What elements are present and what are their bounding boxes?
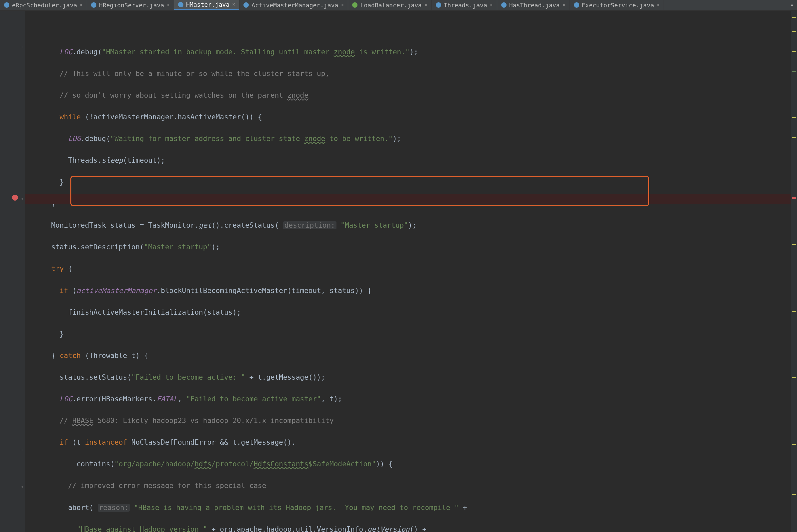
warning-marker[interactable]: [792, 51, 796, 52]
code-line: "HBase against Hadoop version " + org.ap…: [34, 524, 791, 532]
inlay-hint: description:: [283, 221, 336, 229]
tab-loadbalancer[interactable]: LoadBalancer.java×: [348, 0, 431, 10]
tab-label: ActiveMasterManager.java: [252, 1, 338, 10]
tab-executorservice[interactable]: ExecutorService.java×: [570, 0, 664, 10]
close-icon[interactable]: ×: [425, 1, 427, 9]
warning-marker[interactable]: [792, 17, 796, 18]
warning-marker[interactable]: [792, 444, 796, 445]
fold-handle-icon[interactable]: ⊖: [21, 196, 23, 202]
info-marker[interactable]: [792, 71, 796, 72]
close-icon[interactable]: ×: [490, 1, 493, 9]
warning-marker[interactable]: [792, 494, 796, 495]
close-icon[interactable]: ×: [562, 1, 565, 9]
tab-erpcscheduler[interactable]: eRpcScheduler.java×: [0, 0, 87, 10]
gutter[interactable]: ⊟ ⊖ ⊟ ⊖: [0, 11, 25, 532]
tab-label: LoadBalancer.java: [360, 1, 422, 10]
fold-handle-icon[interactable]: ⊟: [21, 44, 23, 50]
close-icon[interactable]: ×: [341, 1, 344, 9]
marker-bar[interactable]: [791, 11, 797, 532]
annotation-box: [70, 176, 649, 206]
tab-activemastermanager[interactable]: ActiveMasterManager.java×: [239, 0, 348, 10]
code-editor[interactable]: LOG.debug("HMaster started in backup mod…: [25, 11, 791, 532]
close-icon[interactable]: ×: [167, 1, 170, 9]
code-line: finishActiveMasterInitialization(status)…: [34, 307, 791, 318]
warning-marker[interactable]: [792, 244, 796, 245]
close-icon[interactable]: ×: [232, 1, 235, 8]
inlay-hint: reason:: [98, 504, 130, 512]
class-icon: [574, 2, 579, 8]
code-line: // This will only be a minute or so whil…: [34, 68, 791, 79]
class-icon: [436, 2, 441, 8]
interface-icon: [352, 2, 357, 8]
code-line: try {: [34, 263, 791, 274]
ide-root: eRpcScheduler.java× HRegionServer.java× …: [0, 0, 797, 532]
editor-area: ⊟ ⊖ ⊟ ⊖ LOG.debug("HMaster started in ba…: [0, 11, 797, 532]
tab-label: ExecutorService.java: [582, 1, 654, 10]
code-line: status.setStatus("Failed to become activ…: [34, 372, 791, 383]
code-line: } catch (Throwable t) {: [34, 350, 791, 361]
code-line: MonitoredTask status = TaskMonitor.get()…: [34, 220, 791, 231]
tabs-overflow-icon[interactable]: ▾: [787, 0, 797, 10]
code-line: LOG.debug("Waiting for master address an…: [34, 133, 791, 144]
editor-tabs-bar: eRpcScheduler.java× HRegionServer.java× …: [0, 0, 797, 11]
tab-hregionserver[interactable]: HRegionServer.java×: [87, 0, 174, 10]
warning-marker[interactable]: [792, 311, 796, 312]
code-line: // HBASE-5680: Likely hadoop23 vs hadoop…: [34, 415, 791, 426]
code-line: LOG.debug("HMaster started in backup mod…: [34, 47, 791, 58]
code-line: }: [34, 329, 791, 340]
close-icon[interactable]: ×: [656, 1, 660, 9]
tab-hmaster[interactable]: HMaster.java×: [174, 0, 239, 10]
code-line: status.setDescription("Master startup");: [34, 242, 791, 253]
code-line: while (!activeMasterManager.hasActiveMas…: [34, 112, 791, 123]
code-line: contains("org/apache/hadoop/hdfs/protoco…: [34, 459, 791, 470]
warning-marker[interactable]: [792, 31, 796, 32]
code-line: LOG.error(HBaseMarkers.FATAL, "Failed to…: [34, 394, 791, 405]
class-icon: [178, 2, 183, 7]
code-line: // so don't worry about setting watches …: [34, 90, 791, 101]
tab-threads[interactable]: Threads.java×: [432, 0, 497, 10]
tab-label: eRpcScheduler.java: [12, 1, 77, 10]
class-icon: [91, 2, 96, 8]
code-line: if (t instanceof NoClassDefFoundError &&…: [34, 437, 791, 448]
tab-label: HRegionServer.java: [99, 1, 164, 10]
fold-handle-icon[interactable]: ⊟: [21, 447, 23, 453]
fold-handle-icon[interactable]: ⊖: [21, 484, 23, 490]
breakpoint-icon[interactable]: [12, 195, 18, 201]
warning-marker[interactable]: [792, 117, 796, 118]
class-icon: [501, 2, 506, 8]
tab-label: Threads.java: [444, 1, 487, 10]
code-line: abort( reason: "HBase is having a proble…: [34, 502, 791, 513]
warning-marker[interactable]: [792, 377, 796, 378]
code-line: Threads.sleep(timeout);: [34, 155, 791, 166]
warning-marker[interactable]: [792, 137, 796, 138]
class-icon: [4, 2, 10, 8]
tab-hasthread[interactable]: HasThread.java×: [497, 0, 570, 10]
error-marker[interactable]: [792, 197, 796, 199]
tab-label: HasThread.java: [509, 1, 560, 10]
code-line: if (activeMasterManager.blockUntilBecomi…: [34, 285, 791, 296]
class-icon: [243, 2, 249, 8]
tab-label: HMaster.java: [186, 0, 229, 10]
close-icon[interactable]: ×: [80, 1, 83, 9]
code-line: // improved error message for this speci…: [34, 480, 791, 491]
